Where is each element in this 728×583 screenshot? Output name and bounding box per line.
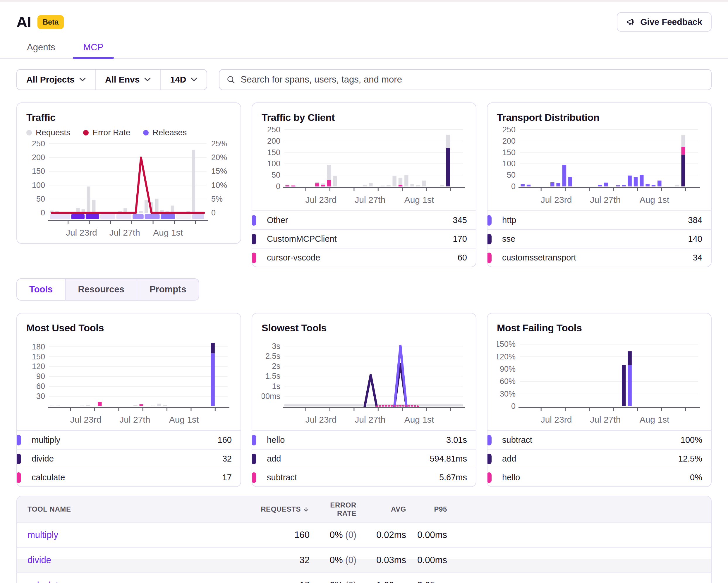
tab-prompts[interactable]: Prompts	[137, 279, 199, 300]
series-value: 0%	[690, 473, 702, 482]
series-name: hello	[267, 435, 285, 445]
legend-rows: hello3.01sadd594.81mssubtract5.67ms	[252, 430, 476, 486]
slowest-tools-card: Slowest Tools 500ms1s1.5s2s2.5s3sJul 23r…	[252, 313, 476, 487]
svg-text:10%: 10%	[211, 181, 227, 189]
traffic-cards-row: Traffic Requests Error Rate Releases 050…	[17, 102, 711, 267]
legend-row-hello[interactable]: hello0%	[488, 468, 711, 486]
svg-text:50: 50	[507, 171, 516, 179]
legend-rows: multiply160divide32calculate17	[17, 430, 240, 486]
search-input[interactable]	[240, 74, 704, 85]
svg-text:Jul 27th: Jul 27th	[355, 415, 385, 424]
cell-p95: 0.00ms	[406, 555, 447, 565]
legend-row-calculate[interactable]: calculate17	[17, 468, 240, 486]
svg-text:15%: 15%	[211, 167, 227, 176]
main-nav-tabs: Agents MCP	[0, 39, 728, 58]
legend-row-add[interactable]: add594.81ms	[252, 449, 476, 468]
cell-avg: 1.29ms	[356, 580, 406, 583]
tool-link[interactable]: multiply	[27, 530, 58, 540]
svg-text:0: 0	[41, 208, 45, 217]
tab-agents[interactable]: Agents	[17, 39, 66, 58]
legend-row-add[interactable]: add12.5%	[488, 449, 711, 468]
col-requests-label: REQUESTS	[261, 505, 301, 513]
svg-text:60%: 60%	[500, 377, 516, 386]
legend-row-subtract[interactable]: subtract100%	[488, 430, 711, 449]
page-top-strip	[0, 0, 728, 2]
svg-text:150: 150	[32, 167, 45, 176]
date-range-dropdown[interactable]: 14D	[161, 70, 207, 90]
series-color-chip	[252, 454, 256, 464]
project-filter-dropdown[interactable]: All Projects	[17, 70, 96, 90]
svg-text:250: 250	[32, 140, 45, 148]
series-name: CustomMCPClient	[267, 234, 337, 244]
cell-requests: 160	[181, 530, 310, 540]
svg-text:100: 100	[267, 159, 280, 168]
series-value: 345	[453, 216, 467, 225]
series-value: 5.67ms	[439, 473, 467, 482]
col-p95[interactable]: P95	[406, 505, 447, 513]
series-value: 17	[223, 473, 232, 482]
legend-row-http[interactable]: http384	[488, 210, 711, 229]
tab-mcp[interactable]: MCP	[73, 39, 114, 58]
transport-distribution-chart: 050100150200250Jul 23rdJul 27thAug 1st	[497, 126, 703, 205]
traffic-card: Traffic Requests Error Rate Releases 050…	[17, 102, 241, 244]
env-filter-dropdown[interactable]: All Envs	[96, 70, 161, 90]
legend-row-divide[interactable]: divide32	[17, 449, 240, 468]
series-name: calculate	[32, 473, 65, 482]
svg-text:Aug 1st: Aug 1st	[405, 195, 434, 205]
series-name: add	[502, 454, 516, 463]
svg-text:Aug 1st: Aug 1st	[169, 415, 199, 424]
legend-rows: Other345CustomMCPClient170cursor-vscode6…	[252, 210, 476, 267]
legend-row-subtract[interactable]: subtract5.67ms	[252, 468, 476, 486]
series-name: hello	[502, 473, 520, 482]
svg-text:0: 0	[211, 208, 216, 217]
section-tabs: Tools Resources Prompts	[17, 278, 199, 301]
tool-link[interactable]: calculate	[27, 580, 63, 583]
legend-row-multiply[interactable]: multiply160	[17, 430, 240, 449]
legend-row-customssetransport[interactable]: customssetransport34	[488, 248, 711, 267]
col-requests[interactable]: REQUESTS	[181, 505, 310, 513]
svg-text:50: 50	[271, 171, 280, 179]
chevron-down-icon	[79, 78, 86, 82]
chevron-down-icon	[191, 78, 197, 82]
megaphone-icon	[626, 17, 635, 27]
series-value: 100%	[681, 435, 702, 445]
svg-text:1.5s: 1.5s	[265, 372, 280, 380]
svg-text:0: 0	[511, 402, 516, 411]
table-header: TOOL NAME REQUESTS ERROR RATE AVG P95	[17, 497, 711, 522]
project-filter-label: All Projects	[26, 75, 75, 84]
legend-row-sse[interactable]: sse140	[488, 229, 711, 248]
svg-text:200: 200	[502, 137, 516, 146]
series-name: http	[502, 216, 516, 225]
series-value: 594.81ms	[430, 454, 467, 463]
search-bar[interactable]	[219, 69, 711, 90]
legend-row-CustomMCPClient[interactable]: CustomMCPClient170	[252, 229, 476, 248]
svg-text:Jul 23rd: Jul 23rd	[70, 415, 102, 424]
col-error-rate[interactable]: ERROR RATE	[310, 501, 356, 517]
series-color-chip	[487, 454, 492, 464]
col-avg[interactable]: AVG	[356, 505, 406, 513]
legend-row-hello[interactable]: hello3.01s	[252, 430, 476, 449]
series-color-chip	[487, 234, 492, 244]
chevron-down-icon	[144, 78, 151, 82]
legend-rows: subtract100%add12.5%hello0%	[488, 430, 711, 486]
svg-text:120%: 120%	[497, 352, 516, 361]
filter-group: All Projects All Envs 14D	[17, 69, 207, 90]
tab-tools[interactable]: Tools	[17, 279, 66, 300]
give-feedback-button[interactable]: Give Feedback	[617, 12, 711, 32]
svg-text:90%: 90%	[500, 365, 516, 374]
most-used-tools-card: Most Used Tools 306090120150180Jul 23rdJ…	[17, 313, 241, 487]
env-filter-label: All Envs	[105, 75, 139, 84]
most-failing-tools-chart: 030%60%90%120%150%Jul 23rdJul 27thAug 1s…	[497, 336, 703, 424]
most-used-tools-chart: 306090120150180Jul 23rdJul 27thAug 1st	[26, 336, 232, 424]
col-tool-name[interactable]: TOOL NAME	[17, 505, 181, 513]
svg-text:100: 100	[32, 181, 45, 189]
legend-label: Releases	[152, 128, 187, 137]
tab-resources[interactable]: Resources	[66, 279, 137, 300]
tool-link[interactable]: divide	[27, 555, 51, 565]
svg-text:Jul 27th: Jul 27th	[590, 415, 621, 424]
svg-text:100: 100	[502, 159, 516, 168]
legend-row-Other[interactable]: Other345	[252, 210, 476, 229]
sort-desc-icon	[303, 506, 310, 513]
legend-row-cursor-vscode[interactable]: cursor-vscode60	[252, 248, 476, 267]
svg-text:180: 180	[32, 343, 45, 351]
